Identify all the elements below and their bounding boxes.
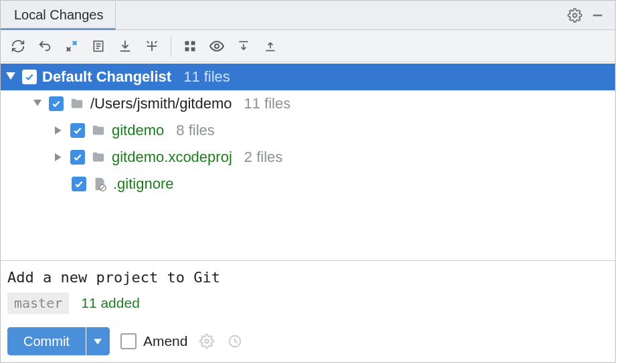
- commit-meta: master 11 added: [7, 292, 608, 314]
- chevron-right-icon[interactable]: [53, 151, 65, 163]
- history-icon[interactable]: [226, 333, 244, 350]
- tree-row-repo[interactable]: /Users/jsmith/gitdemo 11 files: [1, 90, 615, 117]
- unshelve-icon[interactable]: [140, 34, 164, 58]
- svg-rect-11: [185, 47, 189, 51]
- gear-icon[interactable]: [198, 333, 215, 350]
- svg-rect-10: [191, 41, 195, 45]
- diff-icon[interactable]: [60, 34, 84, 58]
- gear-icon[interactable]: [565, 6, 584, 25]
- file-count: 2 files: [244, 149, 282, 166]
- preview-icon[interactable]: [205, 34, 229, 58]
- svg-point-13: [215, 44, 219, 48]
- tree-row-dir[interactable]: gitdemo.xcodeproj 2 files: [1, 144, 615, 171]
- tree-row-file[interactable]: .gitignore: [1, 171, 615, 197]
- shelve-icon[interactable]: [113, 34, 137, 58]
- chevron-down-icon[interactable]: [31, 98, 43, 110]
- chevron-down-icon[interactable]: [5, 71, 17, 83]
- svg-marker-20: [55, 126, 62, 134]
- checkbox[interactable]: [70, 123, 85, 138]
- svg-rect-12: [191, 47, 195, 51]
- file-count: 8 files: [176, 122, 214, 139]
- svg-marker-19: [33, 100, 41, 106]
- folder-icon: [69, 96, 85, 112]
- dir-label: gitdemo.xcodeproj: [112, 149, 232, 166]
- changelist-icon[interactable]: [86, 34, 110, 58]
- svg-marker-24: [94, 339, 102, 344]
- checkbox[interactable]: [72, 177, 86, 191]
- commit-button[interactable]: Commit: [7, 327, 86, 355]
- commit-dropdown-icon[interactable]: [86, 327, 110, 355]
- amend-label: Amend: [143, 333, 188, 349]
- summary-added: 11 added: [81, 295, 140, 311]
- tree-row-dir[interactable]: gitdemo 8 files: [1, 117, 615, 144]
- svg-point-0: [573, 13, 577, 17]
- changes-tree[interactable]: Default Changelist 11 files /Users/jsmit…: [1, 62, 615, 260]
- dir-label: gitdemo: [112, 122, 164, 139]
- changelist-label: Default Changelist: [42, 68, 171, 86]
- path-label: /Users/jsmith/gitdemo: [90, 95, 232, 112]
- rollback-icon[interactable]: [33, 34, 57, 58]
- chevron-right-icon[interactable]: [53, 124, 65, 136]
- commit-message-input[interactable]: [7, 269, 608, 286]
- changes-toolbar: [1, 30, 615, 62]
- tool-window-tabs: Local Changes: [1, 1, 615, 30]
- checkbox[interactable]: [70, 150, 85, 165]
- svg-marker-21: [55, 153, 62, 161]
- file-count: 11 files: [183, 68, 230, 86]
- expand-all-icon[interactable]: [232, 34, 256, 58]
- branch-badge: master: [7, 292, 69, 314]
- folder-icon: [90, 122, 106, 139]
- amend-checkbox[interactable]: [120, 333, 137, 349]
- file-count: 11 files: [244, 95, 291, 112]
- tab-local-changes[interactable]: Local Changes: [1, 1, 116, 30]
- changelist-root[interactable]: Default Changelist 11 files: [1, 64, 615, 90]
- svg-rect-9: [185, 41, 189, 45]
- folder-icon: [90, 149, 106, 165]
- svg-point-25: [205, 339, 209, 343]
- collapse-all-icon[interactable]: [258, 34, 282, 58]
- minimize-icon[interactable]: [588, 6, 607, 25]
- local-changes-panel: Local Changes: [0, 0, 616, 363]
- svg-marker-18: [6, 72, 15, 80]
- group-by-icon[interactable]: [178, 34, 202, 58]
- commit-area: master 11 added Commit Amend: [1, 260, 615, 362]
- refresh-icon[interactable]: [6, 34, 30, 58]
- file-ignored-icon: [92, 176, 108, 192]
- checkbox[interactable]: [22, 70, 37, 84]
- file-label: .gitignore: [113, 175, 174, 193]
- commit-button-group: Commit: [7, 327, 110, 355]
- checkbox[interactable]: [49, 96, 64, 111]
